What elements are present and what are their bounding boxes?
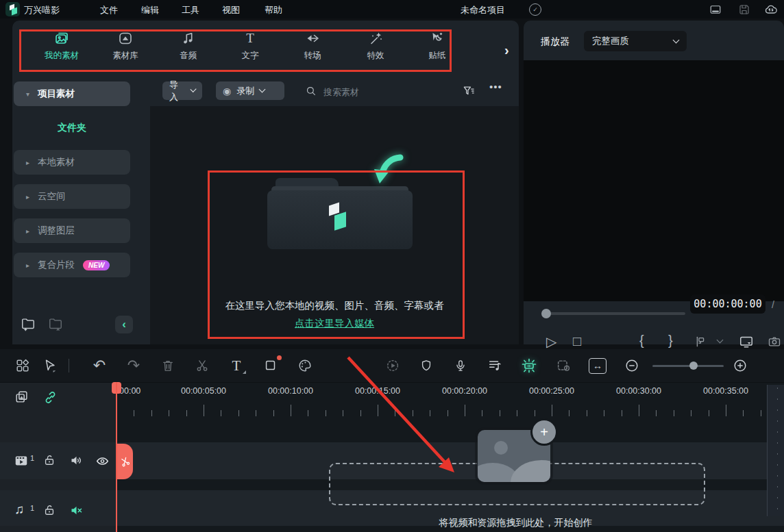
import-dropdown[interactable]: 导入 bbox=[162, 81, 202, 100]
play-icon[interactable]: ▷ bbox=[546, 333, 556, 350]
ruler-label: 00:00:15:00 bbox=[355, 386, 400, 396]
select-cursor-icon[interactable] bbox=[38, 349, 62, 382]
tab-library[interactable]: 素材库 bbox=[97, 30, 154, 62]
tab-stickers[interactable]: 贴纸 bbox=[408, 30, 466, 62]
mask-shield-icon[interactable] bbox=[415, 349, 438, 382]
voiceover-mic-icon[interactable] bbox=[449, 349, 472, 382]
video-track-lock-icon[interactable] bbox=[42, 453, 56, 467]
player-panel: 播放器 完整画质 00:00:00:00 / ▷ □ { } bbox=[524, 21, 784, 344]
ruler-label: 00:00 bbox=[119, 386, 140, 396]
fullscreen-monitor-icon[interactable] bbox=[739, 334, 754, 349]
menu-help[interactable]: 帮助 bbox=[265, 4, 282, 16]
stop-icon[interactable]: □ bbox=[573, 333, 581, 349]
mark-out-icon[interactable]: } bbox=[668, 333, 673, 349]
delete-folder-icon[interactable] bbox=[48, 316, 63, 331]
seek-handle[interactable] bbox=[541, 309, 551, 318]
collapse-sidebar-button[interactable]: ‹ bbox=[115, 316, 133, 333]
tab-audio[interactable]: 音频 bbox=[160, 30, 217, 62]
search-icon bbox=[305, 85, 317, 97]
seek-bar[interactable] bbox=[541, 312, 685, 315]
new-folder-icon[interactable] bbox=[21, 316, 36, 331]
ruler-label: 00:00:25:00 bbox=[529, 386, 574, 396]
color-palette-icon[interactable] bbox=[293, 349, 317, 382]
menu-tools[interactable]: 工具 bbox=[182, 4, 199, 16]
filter-icon[interactable] bbox=[462, 84, 476, 98]
mark-in-icon[interactable]: { bbox=[639, 333, 644, 349]
zoom-in-icon[interactable] bbox=[728, 349, 752, 382]
zoom-slider-track[interactable] bbox=[652, 365, 724, 367]
undo-icon[interactable]: ↶ bbox=[88, 349, 111, 382]
zoom-out-icon[interactable] bbox=[620, 349, 644, 382]
timecode-display: 00:00:00:00 bbox=[690, 294, 765, 314]
tab-effects[interactable]: 特效 bbox=[347, 30, 404, 62]
triangle-right-icon: ▸ bbox=[26, 262, 29, 269]
layout-mode-icon[interactable] bbox=[709, 3, 722, 16]
menubar: 万兴喵影 文件 编辑 工具 视图 帮助 未命名项目 ✓ bbox=[0, 0, 784, 18]
auto-ripple-link-icon[interactable] bbox=[43, 390, 58, 405]
beat-detection-icon[interactable] bbox=[517, 349, 541, 382]
download-arrow-icon bbox=[365, 152, 407, 194]
delete-icon[interactable] bbox=[156, 349, 180, 382]
triangle-right-icon: ▸ bbox=[26, 193, 29, 201]
crop-tool-icon[interactable] bbox=[259, 349, 282, 382]
import-folder-icon bbox=[263, 171, 414, 253]
tabbar-expand-chevron[interactable]: › bbox=[504, 42, 509, 58]
zoom-slider-handle[interactable] bbox=[689, 362, 698, 370]
fit-timeline-icon[interactable]: ↔ bbox=[586, 349, 609, 382]
chevron-down-icon bbox=[259, 86, 266, 93]
chevron-left-icon: ‹ bbox=[122, 318, 126, 331]
more-options-icon[interactable]: ••• bbox=[489, 81, 502, 92]
toolbar-divider bbox=[69, 359, 69, 372]
search-input[interactable] bbox=[322, 82, 428, 101]
timeline-drop-hint: 将视频和资源拖拽到此处，开始创作 bbox=[329, 517, 702, 529]
save-icon[interactable] bbox=[738, 3, 750, 16]
export-cloud-icon[interactable] bbox=[764, 3, 778, 16]
new-badge: NEW bbox=[83, 260, 110, 270]
record-dropdown[interactable]: ◉ 录制 bbox=[216, 81, 284, 100]
drag-media-thumbnail: + bbox=[478, 430, 550, 482]
quality-dropdown[interactable]: 完整画质 bbox=[584, 31, 687, 51]
filmora-app: 万兴喵影 文件 编辑 工具 视图 帮助 未命名项目 ✓ 我的素材 bbox=[0, 0, 784, 532]
menu-view[interactable]: 视图 bbox=[222, 4, 240, 16]
marker-chevron-icon[interactable] bbox=[717, 337, 724, 344]
library-icon bbox=[97, 30, 154, 47]
snapshot-camera-icon[interactable] bbox=[768, 335, 781, 349]
playhead-scissors-handle[interactable] bbox=[117, 444, 133, 479]
menu-edit[interactable]: 编辑 bbox=[141, 4, 159, 16]
audio-track-number: 1 bbox=[30, 504, 34, 512]
import-media-link[interactable]: 点击这里导入媒体 bbox=[150, 317, 519, 330]
tab-my-media[interactable]: 我的素材 bbox=[33, 30, 90, 62]
split-scissors-icon[interactable] bbox=[191, 349, 214, 382]
sidebar-item-adjustment-layer[interactable]: ▸ 调整图层 bbox=[14, 218, 130, 243]
sidebar-folder-label[interactable]: 文件夹 bbox=[14, 122, 130, 134]
audio-stretch-icon[interactable] bbox=[483, 349, 506, 382]
tab-transition[interactable]: 转场 bbox=[284, 30, 341, 62]
layout-grid-icon[interactable] bbox=[11, 349, 34, 382]
ruler-label: 00:00:20:00 bbox=[442, 386, 487, 396]
tab-label: 我的素材 bbox=[33, 50, 90, 62]
ruler-label: 00:00:30:00 bbox=[616, 386, 661, 396]
add-track-icon[interactable] bbox=[14, 390, 29, 405]
sidebar-project-media-button[interactable]: ▾ 项目素材 bbox=[14, 81, 130, 106]
add-media-plus-icon[interactable]: + bbox=[530, 418, 558, 446]
marker-icon[interactable] bbox=[694, 335, 707, 349]
audio-track-lock-icon[interactable] bbox=[42, 503, 56, 517]
import-hint-line: 在这里导入您本地的视频、图片、音频、字幕或者 bbox=[150, 299, 519, 312]
video-track-visibility-icon[interactable] bbox=[95, 454, 110, 468]
audio-icon bbox=[160, 30, 217, 47]
audio-track-mute-icon[interactable] bbox=[69, 503, 84, 518]
redo-icon[interactable]: ↷ bbox=[122, 349, 145, 382]
tab-text[interactable]: T 文字 bbox=[221, 30, 279, 62]
speed-ramp-icon[interactable] bbox=[381, 349, 404, 382]
video-track-volume-icon[interactable] bbox=[69, 453, 84, 468]
sidebar-item-local-media[interactable]: ▸ 本地素材 bbox=[14, 150, 130, 175]
media-panel: 我的素材 素材库 音频 T 文字 转场 bbox=[12, 21, 519, 344]
menu-file[interactable]: 文件 bbox=[100, 4, 118, 16]
timeline-ruler[interactable]: 00:0000:00:05:0000:00:10:0000:00:15:0000… bbox=[117, 383, 784, 420]
sidebar-item-cloud-space[interactable]: ▸ 云空间 bbox=[14, 184, 130, 209]
scissors-icon bbox=[119, 455, 132, 468]
screen-record-clip-icon[interactable] bbox=[552, 349, 575, 382]
sidebar-item-compound-clip[interactable]: ▸ 复合片段 NEW bbox=[14, 253, 130, 277]
text-tool-icon[interactable]: T bbox=[225, 349, 248, 382]
triangle-right-icon: ▸ bbox=[26, 159, 29, 166]
